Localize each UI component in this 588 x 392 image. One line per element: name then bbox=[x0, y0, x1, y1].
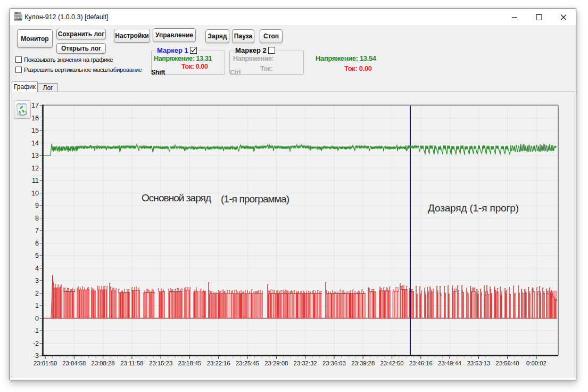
svg-text:23:39:28: 23:39:28 bbox=[351, 360, 375, 366]
svg-text:8: 8 bbox=[35, 215, 39, 222]
svg-text:23:15:23: 23:15:23 bbox=[149, 360, 172, 366]
svg-text:12: 12 bbox=[31, 165, 39, 172]
svg-text:23:56:40: 23:56:40 bbox=[496, 360, 519, 366]
svg-text:23:53:13: 23:53:13 bbox=[467, 360, 490, 366]
svg-text:23:01:50: 23:01:50 bbox=[34, 360, 57, 366]
svg-text:0: 0 bbox=[35, 315, 39, 322]
svg-text:10: 10 bbox=[31, 190, 39, 197]
svg-text:23:29:08: 23:29:08 bbox=[264, 360, 288, 366]
svg-text:23:36:03: 23:36:03 bbox=[322, 360, 346, 366]
svg-text:-1: -1 bbox=[33, 327, 39, 334]
svg-text:6: 6 bbox=[35, 240, 39, 247]
svg-text:23:08:28: 23:08:28 bbox=[92, 360, 115, 366]
svg-text:3: 3 bbox=[35, 277, 39, 284]
svg-text:15: 15 bbox=[31, 127, 39, 134]
svg-text:23:04:58: 23:04:58 bbox=[62, 360, 86, 366]
svg-text:4: 4 bbox=[35, 265, 39, 272]
svg-text:(1-я программа): (1-я программа) bbox=[221, 193, 289, 205]
svg-text:11: 11 bbox=[32, 177, 39, 184]
svg-text:7: 7 bbox=[35, 227, 39, 234]
svg-text:23:11:58: 23:11:58 bbox=[120, 360, 143, 366]
svg-text:17: 17 bbox=[31, 102, 39, 109]
svg-text:23:32:32: 23:32:32 bbox=[294, 360, 317, 366]
svg-text:23:18:45: 23:18:45 bbox=[178, 360, 201, 366]
svg-text:14: 14 bbox=[31, 140, 39, 147]
svg-text:23:46:16: 23:46:16 bbox=[409, 360, 433, 366]
svg-text:Дозаряд (1-я прогр): Дозаряд (1-я прогр) bbox=[428, 202, 519, 214]
svg-text:5: 5 bbox=[35, 252, 39, 259]
svg-text:23:42:50: 23:42:50 bbox=[380, 360, 404, 366]
svg-text:13: 13 bbox=[31, 152, 39, 159]
svg-text:23:49:44: 23:49:44 bbox=[438, 360, 461, 366]
svg-text:16: 16 bbox=[31, 115, 39, 122]
svg-text:23:22:16: 23:22:16 bbox=[207, 360, 230, 366]
svg-text:0:00:02: 0:00:02 bbox=[526, 360, 546, 366]
svg-text:Основной заряд: Основной заряд bbox=[142, 192, 211, 203]
svg-text:-3: -3 bbox=[33, 352, 39, 360]
svg-text:-2: -2 bbox=[33, 340, 39, 347]
svg-text:9: 9 bbox=[35, 202, 39, 209]
svg-text:2: 2 bbox=[35, 290, 39, 297]
svg-text:1: 1 bbox=[35, 302, 39, 309]
svg-text:23:25:45: 23:25:45 bbox=[236, 360, 259, 366]
